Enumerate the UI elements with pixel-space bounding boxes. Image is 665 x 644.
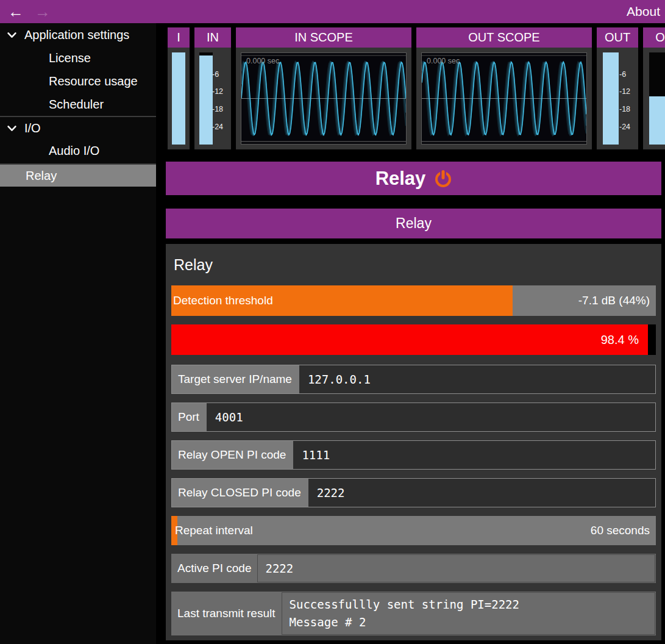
input-level-meter: I bbox=[168, 27, 190, 149]
meter-scale: -6 -12 -18 -24 bbox=[212, 52, 229, 145]
chevron-down-icon bbox=[6, 123, 18, 134]
meter-title: O bbox=[643, 27, 665, 48]
slider-label: Repeat interval bbox=[175, 516, 253, 545]
progress-fill bbox=[171, 324, 648, 355]
last-transmit-result-row: Last transmit result Successfullly sent … bbox=[171, 592, 656, 635]
field-label: Port bbox=[172, 403, 207, 431]
panel-heading: Relay bbox=[171, 244, 656, 285]
progress-value: 98.4 % bbox=[601, 324, 639, 355]
scope-time-label: 0.000 sec bbox=[427, 57, 460, 65]
relay-closed-pi-input[interactable] bbox=[308, 479, 655, 507]
active-pi-code-row: Active PI code 2222 bbox=[171, 554, 656, 583]
scope-title: OUT SCOPE bbox=[416, 27, 592, 48]
relay-closed-pi-field-row: Relay CLOSED PI code bbox=[171, 478, 656, 507]
relay-open-pi-input[interactable] bbox=[293, 441, 655, 469]
sidebar-item-resource-usage[interactable]: Resource usage bbox=[0, 70, 156, 93]
banner-title: Relay bbox=[375, 168, 426, 190]
level-progress-bar: 98.4 % bbox=[171, 324, 656, 355]
forward-icon[interactable]: → bbox=[29, 4, 56, 20]
meter-bar bbox=[649, 96, 665, 145]
meter-scale: -6 -12 -18 -24 bbox=[619, 52, 636, 145]
last-transmit-result-value: Successfullly sent string PI=2222 Messag… bbox=[282, 592, 656, 635]
port-field-row: Port bbox=[171, 402, 656, 432]
in-scope: IN SCOPE 0.000 sec bbox=[236, 27, 411, 149]
output-level-meter: O bbox=[643, 27, 665, 149]
in-meter: IN -6 -12 -18 -24 bbox=[194, 27, 231, 149]
detection-threshold-slider[interactable]: Detection threshold -7.1 dB (44%) bbox=[171, 285, 656, 316]
app-window: ← → About Application settings License R… bbox=[0, 0, 665, 644]
meter-scope-strip: I IN -6 -12 -18 -24 IN SCO bbox=[168, 27, 665, 149]
oscilloscope-display: 0.000 sec bbox=[421, 52, 587, 145]
field-label: Target server IP/name bbox=[172, 365, 299, 393]
meter-bar bbox=[603, 52, 619, 145]
scope-time-label: 0.000 sec bbox=[246, 57, 279, 65]
slider-value: 60 seconds bbox=[591, 516, 650, 545]
main-content: I IN -6 -12 -18 -24 IN SCO bbox=[156, 23, 665, 644]
sidebar-item-scheduler[interactable]: Scheduler bbox=[0, 93, 156, 116]
sidebar-item-license[interactable]: License bbox=[0, 46, 156, 70]
slider-label: Detection threshold bbox=[173, 285, 273, 316]
slider-value: -7.1 dB (44%) bbox=[578, 285, 650, 316]
out-scope: OUT SCOPE 0.000 sec bbox=[416, 27, 592, 149]
relay-settings-panel: Relay Detection threshold -7.1 dB (44%) … bbox=[166, 244, 661, 640]
active-pi-code-value: 2222 bbox=[257, 554, 655, 582]
field-label: Last transmit result bbox=[171, 592, 282, 635]
about-link[interactable]: About bbox=[627, 4, 665, 19]
sidebar-group-label: Application settings bbox=[24, 28, 129, 42]
port-input[interactable] bbox=[207, 403, 655, 431]
power-icon[interactable] bbox=[435, 171, 452, 188]
target-server-input[interactable] bbox=[299, 365, 655, 393]
meter-title: IN bbox=[194, 27, 231, 48]
relay-section-banner[interactable]: Relay bbox=[166, 162, 661, 195]
oscilloscope-display: 0.000 sec bbox=[241, 52, 407, 145]
sidebar-nav: Application settings License Resource us… bbox=[0, 23, 156, 644]
out-meter: OUT -6 -12 -18 -24 bbox=[597, 27, 638, 149]
field-label: Active PI code bbox=[171, 554, 257, 583]
sidebar-item-relay[interactable]: Relay bbox=[0, 163, 156, 187]
relay-open-pi-field-row: Relay OPEN PI code bbox=[171, 440, 656, 470]
sidebar-group-label: I/O bbox=[24, 121, 41, 135]
meter-title: OUT bbox=[597, 27, 638, 48]
sidebar-group-io[interactable]: I/O bbox=[0, 116, 156, 139]
meter-title: I bbox=[168, 27, 190, 48]
field-label: Relay CLOSED PI code bbox=[172, 479, 308, 507]
sidebar-group-application-settings[interactable]: Application settings bbox=[0, 23, 156, 46]
relay-subsection-header[interactable]: Relay bbox=[166, 209, 661, 238]
meter-bar bbox=[199, 55, 213, 145]
back-icon[interactable]: ← bbox=[2, 4, 29, 20]
scope-title: IN SCOPE bbox=[236, 27, 411, 48]
chevron-down-icon bbox=[6, 29, 18, 41]
top-bar: ← → About bbox=[0, 0, 665, 23]
repeat-interval-slider[interactable]: Repeat interval 60 seconds bbox=[171, 516, 656, 545]
meter-bar bbox=[172, 52, 185, 145]
target-server-field-row: Target server IP/name bbox=[171, 365, 656, 394]
field-label: Relay OPEN PI code bbox=[172, 441, 293, 469]
sidebar-item-audio-io[interactable]: Audio I/O bbox=[0, 139, 156, 162]
